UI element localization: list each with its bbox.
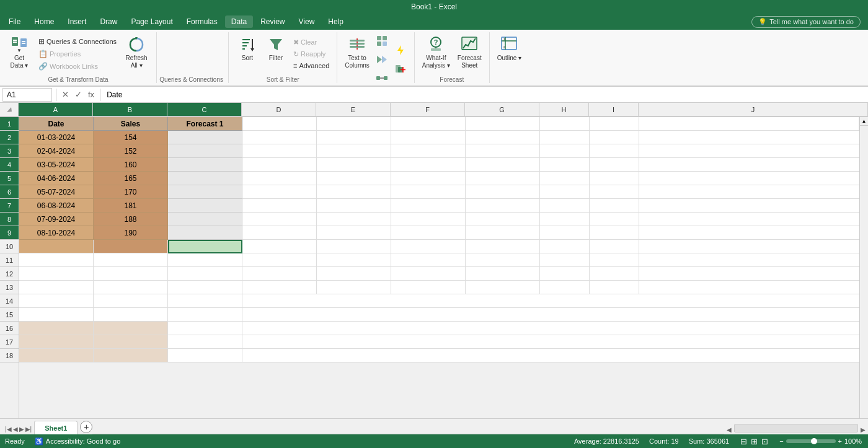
cell-d1[interactable] (242, 117, 317, 131)
cell-e6[interactable] (317, 185, 391, 199)
menu-data[interactable]: Data (225, 15, 253, 28)
cell-f6[interactable] (391, 185, 466, 199)
cell-b1[interactable]: Sales (94, 117, 168, 131)
cell-c6[interactable] (168, 185, 242, 199)
cell-c9[interactable] (168, 226, 242, 240)
what-if-analysis-button[interactable]: ? What-IfAnalysis ▾ (420, 32, 453, 72)
sheet-next-icon[interactable]: ▶ (19, 426, 24, 429)
cell-c8[interactable] (168, 213, 242, 226)
row-num-18[interactable]: 18 (0, 349, 19, 362)
cell-b9[interactable]: 190 (94, 226, 168, 240)
menu-help[interactable]: Help (322, 15, 350, 28)
menu-home[interactable]: Home (28, 15, 60, 28)
cell-d8[interactable] (242, 213, 317, 226)
row-num-17[interactable]: 17 (0, 335, 19, 349)
cell-b8[interactable]: 188 (94, 213, 168, 226)
cell-e4[interactable] (317, 158, 391, 172)
col-header-i[interactable]: I (589, 103, 639, 116)
cell-f8[interactable] (391, 213, 466, 226)
cell-e7[interactable] (317, 199, 391, 213)
cell-j2[interactable] (639, 131, 859, 144)
cell-e3[interactable] (317, 144, 391, 158)
cell-i10[interactable] (590, 240, 639, 253)
cell-e10[interactable] (317, 240, 391, 253)
get-data-button[interactable]: ▼ GetData ▾ (5, 32, 33, 72)
menu-review[interactable]: Review (254, 15, 291, 28)
row-num-13[interactable]: 13 (0, 281, 19, 294)
sheet-prev-first-icon[interactable]: |◀ (5, 426, 12, 429)
cell-a6[interactable]: 05-07-2024 (19, 185, 94, 199)
col-header-b[interactable]: B (93, 103, 167, 116)
cell-c5[interactable] (168, 172, 242, 185)
cell-c7[interactable] (168, 199, 242, 213)
cell-g3[interactable] (466, 144, 540, 158)
cell-a8[interactable]: 07-09-2024 (19, 213, 94, 226)
cell-c3[interactable] (168, 144, 242, 158)
cell-g2[interactable] (466, 131, 540, 144)
text-to-columns-button[interactable]: Text toColumns (342, 32, 371, 72)
cell-b7[interactable]: 181 (94, 199, 168, 213)
menu-page-layout[interactable]: Page Layout (125, 15, 179, 28)
col-header-f[interactable]: F (391, 103, 465, 116)
refresh-all-button[interactable]: RefreshAll ▾ (122, 32, 151, 72)
row-num-2[interactable]: 2 (0, 131, 19, 144)
cell-h4[interactable] (540, 158, 590, 172)
row-num-5[interactable]: 5 (0, 172, 19, 185)
consolidate-button[interactable] (373, 51, 391, 68)
row-num-10[interactable]: 10 (0, 240, 19, 253)
cell-i7[interactable] (590, 199, 639, 213)
cell-d4[interactable] (242, 158, 317, 172)
cell-i6[interactable] (590, 185, 639, 199)
row-num-6[interactable]: 6 (0, 185, 19, 199)
cell-b4[interactable]: 160 (94, 158, 168, 172)
cell-a7[interactable]: 06-08-2024 (19, 199, 94, 213)
cell-e1[interactable] (317, 117, 391, 131)
cell-f5[interactable] (391, 172, 466, 185)
cell-i1[interactable] (590, 117, 639, 131)
cell-c10[interactable] (168, 240, 242, 253)
row-num-16[interactable]: 16 (0, 322, 19, 335)
formula-insert-icon[interactable]: fx (86, 90, 96, 99)
row-num-4[interactable]: 4 (0, 158, 19, 172)
cell-a1[interactable]: Date (19, 117, 94, 131)
menu-file[interactable]: File (2, 15, 27, 28)
cell-c2[interactable] (168, 131, 242, 144)
row-num-3[interactable]: 3 (0, 144, 19, 158)
cell-g9[interactable] (466, 226, 540, 240)
cell-g6[interactable] (466, 185, 540, 199)
sheet-tab-sheet1[interactable]: Sheet1 (34, 421, 78, 429)
col-header-e[interactable]: E (316, 103, 391, 116)
cell-j6[interactable] (639, 185, 859, 199)
row-num-12[interactable]: 12 (0, 267, 19, 281)
h-scroll-right[interactable]: ▶ (858, 426, 868, 429)
cell-h3[interactable] (540, 144, 590, 158)
cell-j7[interactable] (639, 199, 859, 213)
clear-button[interactable]: ✖ Clear (291, 37, 332, 48)
cell-i8[interactable] (590, 213, 639, 226)
row-num-11[interactable]: 11 (0, 253, 19, 267)
cell-a2[interactable]: 01-03-2024 (19, 131, 94, 144)
cell-i3[interactable] (590, 144, 639, 158)
row-num-15[interactable]: 15 (0, 308, 19, 322)
cell-d6[interactable] (242, 185, 317, 199)
col-header-g[interactable]: G (465, 103, 539, 116)
cell-g5[interactable] (466, 172, 540, 185)
col-header-a[interactable]: A (19, 103, 93, 116)
cell-d9[interactable] (242, 226, 317, 240)
cell-b3[interactable]: 152 (94, 144, 168, 158)
cell-h2[interactable] (540, 131, 590, 144)
cell-e9[interactable] (317, 226, 391, 240)
remove-duplicates-button[interactable] (392, 60, 409, 77)
cell-j9[interactable] (639, 226, 859, 240)
formula-input[interactable] (104, 88, 866, 102)
cell-d3[interactable] (242, 144, 317, 158)
workbook-links-button[interactable]: 🔗 Workbook Links (36, 61, 119, 72)
h-scroll-left[interactable]: ◀ (724, 426, 734, 429)
cell-j1[interactable] (639, 117, 859, 131)
advanced-button[interactable]: ≡ Advanced (291, 61, 332, 71)
scroll-bar-right[interactable]: ▲ ▼ (859, 117, 868, 429)
outline-button[interactable]: 1 2 Outline ▾ (495, 32, 524, 64)
cell-i9[interactable] (590, 226, 639, 240)
cell-f9[interactable] (391, 226, 466, 240)
scroll-up-icon[interactable]: ▲ (860, 117, 869, 126)
